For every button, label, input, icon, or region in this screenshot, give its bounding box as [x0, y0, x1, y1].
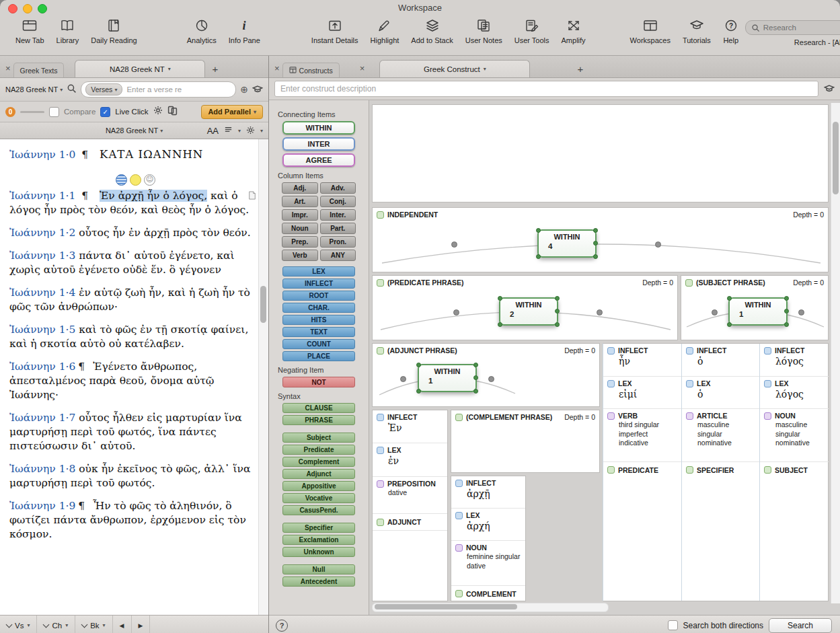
adjunct-phrase-panel[interactable]: (ADJUNCT PHRASE) Depth = 0 WITHIN 1 — [372, 343, 600, 407]
handle[interactable] — [555, 322, 560, 327]
palette-impr-button[interactable]: Impr. — [282, 209, 318, 221]
inflect-cell[interactable]: INFLECT ὁ — [682, 344, 759, 377]
verse-ref[interactable]: Ἰωάννην 1·1 — [9, 190, 75, 202]
construct-description-input[interactable] — [274, 81, 818, 97]
palette-hits-button[interactable]: HITS — [282, 315, 355, 325]
column-en-prep[interactable]: INFLECT Ἐν LEX ἐν PREPOSITION dative A — [372, 410, 448, 601]
add-search-icon[interactable]: ⊕ — [240, 84, 248, 95]
handle[interactable] — [473, 389, 478, 394]
inflect-cell[interactable]: INFLECT λόγος — [760, 344, 829, 377]
bible-text-area[interactable]: Ἰωάννην 1·0 ¶ ΚΑΤΑ ΙΩΑΝΝΗΝ ☺ Ἰωάννην 1·1… — [0, 139, 268, 615]
search-scope-pill[interactable]: Verses ▾ — [85, 83, 122, 96]
palette-exclamation-button[interactable]: Exclamation — [282, 535, 355, 545]
connection-dot[interactable] — [798, 309, 804, 315]
palette-prep-button[interactable]: Prep. — [282, 236, 318, 248]
canvas-horizontal-scrollbar[interactable] — [372, 603, 609, 612]
note-icon[interactable] — [248, 190, 256, 204]
within-box[interactable]: WITHIN 4 — [537, 229, 597, 258]
library-button[interactable]: Library — [50, 16, 85, 44]
close-icon[interactable]: × — [4, 63, 13, 77]
analytics-button[interactable]: Analytics — [181, 16, 223, 44]
palette-agree-button[interactable]: AGREE — [282, 153, 355, 167]
search-both-directions-checkbox[interactable] — [668, 620, 678, 630]
lex-cell[interactable]: LEX ἀρχή — [451, 509, 525, 541]
palette-part-button[interactable]: Part. — [320, 223, 356, 234]
handle[interactable] — [473, 363, 478, 367]
palette-casuspend-button[interactable]: CasusPend. — [282, 505, 355, 515]
palette-predicate-button[interactable]: Predicate — [282, 445, 355, 455]
font-size-button[interactable]: AA — [207, 126, 219, 136]
construct-canvas[interactable]: INDEPENDENT Depth = 0 WITHIN 4 — [369, 100, 840, 615]
lex-cell[interactable]: LEX ἐν — [373, 443, 447, 477]
handle[interactable] — [555, 296, 560, 301]
parallel-slider[interactable] — [20, 111, 44, 113]
handle[interactable] — [593, 254, 598, 259]
live-click-checkbox[interactable]: ✓ — [100, 107, 110, 117]
highlight-style-yellow-icon[interactable] — [130, 174, 141, 186]
palette-not-button[interactable]: NOT — [282, 377, 355, 387]
word-columns-panel[interactable]: INFLECT ἦν LEX εἰμί VERB third singular … — [603, 343, 829, 601]
within-box[interactable]: WITHIN 2 — [499, 297, 558, 326]
tab-na28-greek-nt[interactable]: NA28 Greek NT ▾ — [75, 60, 205, 77]
handle[interactable] — [498, 296, 502, 301]
add-tab-button[interactable]: + — [570, 63, 588, 77]
close-icon[interactable]: × — [273, 63, 282, 77]
within-box[interactable]: WITHIN 1 — [418, 364, 477, 392]
scholar-cap-icon[interactable] — [252, 83, 263, 96]
handle[interactable] — [784, 296, 789, 301]
verse-nav-control[interactable]: Vs ▾ — [0, 616, 37, 633]
gear-icon[interactable] — [153, 106, 163, 118]
pos-cell[interactable]: VERB third singular imperfect indicative — [603, 409, 681, 462]
panes-icon[interactable] — [167, 106, 178, 118]
add-parallel-button[interactable]: Add Parallel ▾ — [201, 105, 263, 119]
subject-phrase-panel[interactable]: (SUBJECT PHRASE) Depth = 0 WITHIN 1 — [681, 275, 829, 340]
highlight-style-smile-icon[interactable]: ☺ — [144, 174, 155, 186]
connection-dot[interactable] — [597, 309, 603, 315]
palette-unknown-button[interactable]: Unknown — [282, 547, 355, 557]
zone-tab-greek-texts[interactable]: Greek Texts — [13, 63, 65, 77]
palette-noun-button[interactable]: Noun — [282, 223, 318, 234]
pos-cell[interactable]: NOUN masculine singular nominative — [760, 409, 829, 462]
handle[interactable] — [416, 363, 421, 367]
palette-antecedent-button[interactable]: Antecedent — [282, 576, 355, 587]
add-to-stack-button[interactable]: Add to Stack — [405, 16, 459, 44]
scrollbar-thumb[interactable] — [260, 286, 266, 323]
connection-dot[interactable] — [453, 309, 459, 315]
handle[interactable] — [416, 389, 421, 394]
palette-verb-button[interactable]: Verb — [282, 250, 318, 261]
palette-char-button[interactable]: CHAR. — [282, 303, 355, 313]
role-cell[interactable]: SUBJECT — [760, 462, 829, 478]
handle[interactable] — [473, 375, 478, 380]
handle[interactable] — [727, 322, 732, 327]
palette-any-button[interactable]: ANY — [320, 250, 356, 261]
scrollbar-thumb[interactable] — [375, 604, 517, 609]
role-cell[interactable]: SPECIFIER — [682, 462, 759, 478]
verse-ref[interactable]: Ἰωάννην 1·2 — [9, 227, 75, 239]
compare-checkbox[interactable] — [49, 107, 59, 117]
palette-inflect-button[interactable]: INFLECT — [282, 278, 355, 289]
palette-subject-button[interactable]: Subject — [282, 433, 355, 443]
palette-phrase-button[interactable]: PHRASE — [282, 415, 355, 425]
palette-inter-button[interactable]: INTER — [282, 137, 355, 151]
search-button[interactable]: Search — [769, 618, 832, 633]
role-cell[interactable]: COMPLEMENT — [451, 586, 525, 601]
book-nav-control[interactable]: Bk ▾ — [75, 616, 112, 633]
column-en-verb[interactable]: INFLECT ἦν LEX εἰμί VERB third singular … — [603, 344, 681, 601]
connection-dot[interactable] — [712, 309, 718, 315]
pos-cell[interactable]: PREPOSITION dative — [373, 477, 447, 514]
handle[interactable] — [536, 254, 541, 259]
handle[interactable] — [593, 228, 598, 233]
daily-reading-button[interactable]: Daily Reading — [85, 16, 143, 44]
display-module-dropdown[interactable]: NA28 Greek NT ▾ — [106, 126, 163, 135]
palette-text-button[interactable]: TEXT — [282, 327, 355, 337]
workspaces-button[interactable]: Workspaces — [624, 16, 677, 44]
palette-complement-button[interactable]: Complement — [282, 457, 355, 467]
complement-phrase-panel[interactable]: (COMPLEMENT PHRASE) Depth = 0 — [451, 410, 600, 473]
research-input[interactable]: Research — [745, 20, 840, 35]
palette-clause-button[interactable]: CLAUSE — [282, 403, 355, 413]
palette-within-button[interactable]: WITHIN — [282, 121, 355, 135]
info-pane-button[interactable]: i Info Pane — [223, 16, 266, 44]
empty-construct-row[interactable] — [372, 104, 829, 202]
handle[interactable] — [784, 309, 789, 313]
verse-ref[interactable]: Ἰωάννην 1·6 — [9, 361, 75, 373]
